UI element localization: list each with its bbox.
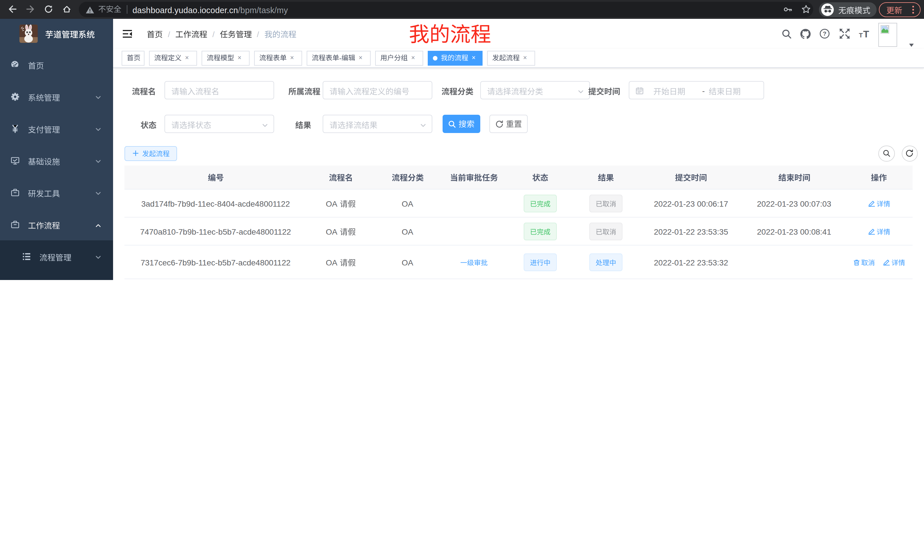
svg-text:T: T <box>863 29 869 38</box>
svg-text:T: T <box>859 32 862 38</box>
svg-text:?: ? <box>823 30 826 37</box>
